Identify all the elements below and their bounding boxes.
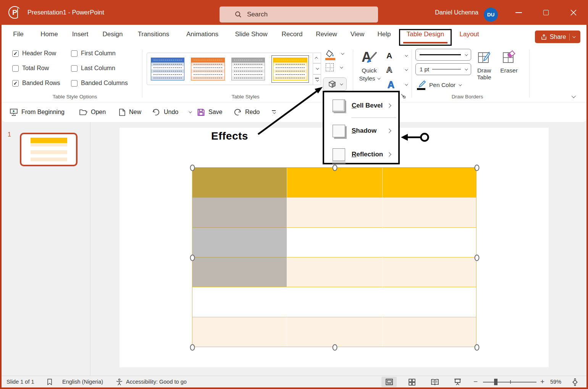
- save-button[interactable]: Save: [197, 102, 222, 122]
- open-button[interactable]: Open: [79, 102, 106, 122]
- close-button[interactable]: [564, 0, 583, 25]
- tab-file[interactable]: File: [13, 25, 23, 44]
- tab-transitions[interactable]: Transitions: [138, 25, 170, 44]
- text-effects-button[interactable]: A: [386, 79, 407, 91]
- table-row[interactable]: [192, 317, 476, 347]
- tab-home[interactable]: Home: [40, 25, 58, 44]
- qat-overflow-button[interactable]: [272, 102, 276, 122]
- user-avatar[interactable]: DU: [484, 8, 498, 22]
- tab-view[interactable]: View: [351, 25, 365, 44]
- table-row[interactable]: [192, 287, 476, 317]
- menu-item-reflection[interactable]: Reflection: [324, 143, 398, 166]
- total-row-checkbox[interactable]: [12, 65, 19, 72]
- minimize-button[interactable]: [509, 0, 528, 25]
- banded-columns-checkbox[interactable]: [71, 80, 78, 87]
- pen-style-dropdown[interactable]: [415, 49, 471, 61]
- table-style-swatch-gray[interactable]: [231, 58, 265, 80]
- slide-sorter-view-button[interactable]: [404, 377, 420, 387]
- resize-handle-top-left[interactable]: [190, 165, 195, 171]
- zoom-slider-thumb[interactable]: [494, 379, 498, 385]
- search-input[interactable]: Search: [220, 6, 378, 23]
- quick-styles-label-1: Quick: [362, 66, 377, 74]
- gallery-scroll-up-button[interactable]: [313, 53, 321, 63]
- menu-item-shadow[interactable]: Shadow: [324, 120, 398, 142]
- reading-view-button[interactable]: [427, 377, 443, 387]
- menu-item-cell-bevel[interactable]: Cell Bevel: [324, 95, 398, 117]
- table-style-swatch-selected[interactable]: [271, 55, 309, 83]
- slide-table[interactable]: [192, 167, 477, 347]
- pen-color-button[interactable]: Pen Color: [416, 79, 461, 92]
- accessibility-button[interactable]: Accessibility: Good to go: [116, 376, 187, 387]
- quick-styles-button[interactable]: A Quick Styles: [355, 49, 383, 92]
- wordart-dialog-launcher[interactable]: [400, 93, 406, 100]
- checkbox-header-row[interactable]: Header Row: [12, 50, 56, 57]
- gallery-more-button[interactable]: [313, 74, 321, 85]
- powerpoint-logo-icon[interactable]: P: [8, 6, 21, 19]
- borders-button[interactable]: [326, 63, 342, 71]
- group-label-draw-borders: Draw Borders: [452, 94, 483, 100]
- checkbox-last-column[interactable]: Last Column: [71, 65, 115, 72]
- pen-weight-dropdown[interactable]: 1 pt: [415, 63, 471, 75]
- banded-rows-checkbox[interactable]: [12, 80, 19, 87]
- resize-handle-middle-left[interactable]: [190, 255, 195, 261]
- normal-view-button[interactable]: [381, 377, 397, 387]
- maximize-button[interactable]: [537, 0, 555, 25]
- checkbox-banded-columns[interactable]: Banded Columns: [71, 80, 128, 87]
- tab-animations[interactable]: Animations: [186, 25, 218, 44]
- tab-design[interactable]: Design: [103, 25, 123, 44]
- text-outline-button[interactable]: A: [386, 64, 407, 76]
- first-column-checkbox[interactable]: [71, 50, 78, 57]
- resize-handle-bottom-middle[interactable]: [333, 344, 338, 351]
- checkbox-banded-rows[interactable]: Banded Rows: [12, 80, 60, 87]
- fit-to-window-button[interactable]: [567, 377, 583, 387]
- table-style-swatch-blue[interactable]: [151, 58, 184, 80]
- slide-thumbnail[interactable]: [20, 133, 78, 166]
- zoom-level[interactable]: 59%: [550, 376, 561, 387]
- undo-button[interactable]: Undo: [152, 102, 178, 122]
- resize-handle-top-middle[interactable]: [333, 165, 338, 171]
- resize-handle-middle-right[interactable]: [475, 255, 480, 261]
- group-label-table-style-options: Table Style Options: [53, 94, 97, 100]
- annotation-effects-label: Effects: [211, 130, 248, 142]
- effects-button[interactable]: [323, 77, 347, 91]
- share-chevron-icon[interactable]: [573, 35, 576, 38]
- checkbox-first-column[interactable]: First Column: [71, 50, 116, 57]
- zoom-in-button[interactable]: +: [540, 376, 544, 387]
- tab-record[interactable]: Record: [282, 25, 303, 44]
- gallery-scroll-down-button[interactable]: [313, 63, 321, 74]
- checkbox-total-row[interactable]: Total Row: [12, 65, 49, 72]
- tab-insert[interactable]: Insert: [72, 25, 89, 44]
- zoom-out-button[interactable]: −: [473, 376, 478, 387]
- slide-counter[interactable]: Slide 1 of 1: [6, 376, 34, 387]
- language-button[interactable]: English (Nigeria): [62, 376, 103, 387]
- from-beginning-button[interactable]: From Beginning: [10, 102, 65, 122]
- tab-layout[interactable]: Layout: [459, 25, 479, 44]
- tab-help[interactable]: Help: [378, 25, 391, 44]
- resize-handle-bottom-right[interactable]: [475, 344, 480, 351]
- thumbnail-table-preview: [31, 138, 67, 161]
- user-name[interactable]: Daniel Uchenna: [435, 0, 478, 25]
- pen-color-label: Pen Color: [429, 82, 456, 88]
- tab-slide-show[interactable]: Slide Show: [235, 25, 267, 44]
- table-style-swatch-gold[interactable]: [273, 58, 307, 80]
- slide-show-view-button[interactable]: [450, 377, 465, 387]
- zoom-slider-track[interactable]: [483, 382, 536, 383]
- undo-chevron-button[interactable]: [189, 102, 191, 122]
- text-fill-button[interactable]: A: [386, 50, 407, 62]
- spell-check-button[interactable]: [47, 376, 53, 387]
- redo-button[interactable]: Redo: [233, 102, 260, 122]
- collapse-ribbon-button[interactable]: [572, 93, 575, 100]
- resize-handle-top-right[interactable]: [475, 165, 480, 171]
- share-button[interactable]: Share: [535, 31, 580, 43]
- eraser-button[interactable]: Eraser: [498, 49, 520, 93]
- last-column-checkbox[interactable]: [71, 65, 78, 72]
- group-label-table-styles: Table Styles: [232, 94, 260, 100]
- shading-button[interactable]: [325, 50, 343, 58]
- effects-chevron-icon[interactable]: [340, 82, 343, 85]
- tab-review[interactable]: Review: [316, 25, 337, 44]
- table-style-swatch-orange[interactable]: [191, 58, 225, 80]
- new-button[interactable]: New: [118, 102, 141, 122]
- draw-table-button[interactable]: Draw Table: [473, 49, 496, 93]
- resize-handle-bottom-left[interactable]: [190, 344, 195, 351]
- header-row-checkbox[interactable]: [12, 50, 19, 57]
